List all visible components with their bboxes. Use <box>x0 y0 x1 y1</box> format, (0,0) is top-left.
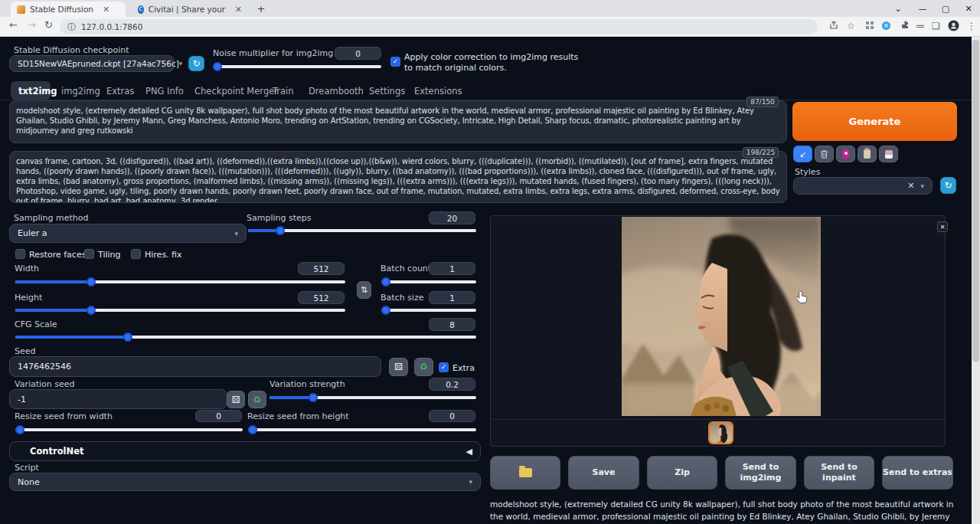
bookmark-star-icon[interactable]: ☆ <box>847 21 855 31</box>
window-chevron-icon[interactable]: ⌄ <box>887 0 910 17</box>
side-panel-icon[interactable]: ❏ <box>932 21 940 31</box>
send-to-img2img-button[interactable]: Send to img2img <box>725 456 796 490</box>
controlnet-accordion[interactable]: ControlNet ◀ <box>9 441 481 461</box>
width-slider[interactable] <box>15 280 345 283</box>
save-style-button[interactable] <box>879 146 898 162</box>
slider-handle[interactable] <box>15 425 24 434</box>
tab-png-info[interactable]: PNG Info <box>145 86 184 97</box>
tab-extensions[interactable]: Extensions <box>414 86 462 97</box>
window-minimize-icon[interactable]: — <box>911 0 934 17</box>
site-info-icon[interactable]: ⓘ <box>67 21 76 33</box>
window-close-icon[interactable]: ✕ <box>957 0 980 17</box>
browser-tab-civitai[interactable]: C Civitai | Share your models ✕ <box>132 2 248 17</box>
send-to-extras-button[interactable]: Send to extras <box>882 456 953 490</box>
height-value[interactable]: 512 <box>298 291 345 304</box>
url-bar[interactable]: ⓘ 127.0.0.1:7860 <box>60 19 818 34</box>
script-dropdown[interactable]: None ▾ <box>9 473 481 491</box>
sampling-steps-slider[interactable] <box>248 229 476 232</box>
reuse-seed-button[interactable]: ♻ <box>414 358 433 376</box>
forward-icon[interactable]: → <box>28 19 36 31</box>
extension-blue-icon[interactable] <box>882 21 890 30</box>
noise-multiplier-value[interactable]: 0 <box>335 47 381 60</box>
prompt-textarea[interactable]: modelshoot style, (extremely detailed CG… <box>9 100 787 143</box>
hires-fix-checkbox[interactable] <box>131 249 141 259</box>
close-tab-icon[interactable]: ✕ <box>235 5 242 15</box>
refresh-styles-button[interactable]: ↻ <box>940 177 956 194</box>
cfg-scale-value[interactable]: 8 <box>429 318 475 331</box>
tab-train[interactable]: Train <box>273 86 294 97</box>
batch-size-slider[interactable] <box>381 309 476 312</box>
open-folder-button[interactable] <box>490 456 560 490</box>
negative-prompt-textarea[interactable]: canvas frame, cartoon, 3d, ((disfigured)… <box>9 151 787 203</box>
sampling-steps-value[interactable]: 20 <box>429 211 475 224</box>
seed-input[interactable]: 1476462546 <box>9 356 381 377</box>
tab-dreambooth[interactable]: Dreambooth <box>309 86 364 97</box>
close-tab-icon[interactable]: ✕ <box>103 5 109 15</box>
zip-button[interactable]: Zip <box>647 456 717 490</box>
clear-styles-icon[interactable]: ✕ <box>907 181 914 191</box>
swap-width-height-button[interactable]: ⇅ <box>357 281 371 299</box>
generate-button[interactable]: Generate <box>792 102 957 141</box>
extensions-puzzle-icon[interactable] <box>900 21 910 32</box>
random-variation-seed-button[interactable]: ⚄ <box>227 391 245 408</box>
extra-networks-button[interactable] <box>836 146 855 162</box>
resize-seed-width-slider[interactable] <box>15 428 243 431</box>
height-slider[interactable] <box>15 309 345 312</box>
paste-generation-params-button[interactable]: ↙ <box>793 146 812 162</box>
share-icon[interactable] <box>829 21 838 32</box>
tab-settings[interactable]: Settings <box>369 86 405 97</box>
styles-dropdown[interactable]: ✕ ▾ <box>793 177 933 195</box>
refresh-checkpoints-button[interactable]: ↻ <box>188 56 204 71</box>
back-icon[interactable]: ← <box>9 19 18 31</box>
extra-seed-checkbox[interactable]: ✓ <box>439 362 449 372</box>
slider-handle[interactable] <box>309 393 318 402</box>
tab-txt2img[interactable]: txt2img <box>18 86 57 97</box>
slider-handle[interactable] <box>87 277 96 287</box>
slider-handle[interactable] <box>381 277 390 287</box>
variation-strength-value[interactable]: 0.2 <box>429 378 475 391</box>
new-tab-button[interactable]: + <box>254 2 268 15</box>
checkpoint-dropdown[interactable]: SD15NewVAEpruned.ckpt [27a4ac756c] ▾ <box>9 55 175 72</box>
resize-seed-height-value[interactable]: 0 <box>429 410 475 422</box>
reuse-variation-seed-button[interactable]: ♻ <box>248 391 266 408</box>
sampling-method-dropdown[interactable]: Euler a ▾ <box>9 224 247 243</box>
noise-multiplier-slider[interactable] <box>216 65 381 68</box>
tiling-checkbox[interactable] <box>84 249 94 259</box>
reload-icon[interactable]: ↻ <box>44 19 53 31</box>
browser-tab-stable-diffusion[interactable]: Stable Diffusion ✕ <box>11 2 126 17</box>
batch-count-value[interactable]: 1 <box>429 262 475 275</box>
width-value[interactable]: 512 <box>298 262 345 275</box>
tab-img2img[interactable]: img2img <box>61 86 100 97</box>
slider-handle[interactable] <box>381 306 390 315</box>
resize-seed-height-slider[interactable] <box>248 428 476 431</box>
color-correction-checkbox[interactable]: ✓ <box>390 57 400 67</box>
random-seed-button[interactable]: ⚄ <box>389 358 408 376</box>
slider-handle[interactable] <box>276 226 285 235</box>
clear-prompt-button[interactable] <box>815 146 834 162</box>
slider-handle[interactable] <box>123 332 132 342</box>
tab-extras[interactable]: Extras <box>106 86 134 97</box>
send-to-inpaint-button[interactable]: Send to inpaint <box>804 456 874 490</box>
browser-menu-icon[interactable]: ⋮ <box>967 21 976 31</box>
restore-faces-checkbox[interactable] <box>15 249 25 259</box>
apply-styles-button[interactable] <box>858 146 877 162</box>
cfg-scale-slider[interactable] <box>15 336 476 339</box>
reading-list-icon[interactable]: ≔ <box>916 21 925 31</box>
generated-image[interactable] <box>622 217 821 416</box>
close-gallery-button[interactable]: ✕ <box>937 221 948 232</box>
batch-size-value[interactable]: 1 <box>429 291 475 304</box>
slider-handle[interactable] <box>213 62 222 71</box>
window-maximize-icon[interactable]: ▢ <box>934 0 957 17</box>
slider-handle[interactable] <box>87 306 96 315</box>
resize-seed-width-value[interactable]: 0 <box>195 410 242 422</box>
gallery-thumbnail-selected[interactable] <box>708 421 733 444</box>
batch-count-slider[interactable] <box>381 280 476 283</box>
slider-handle[interactable] <box>248 425 257 434</box>
variation-seed-input[interactable]: -1 <box>9 389 227 409</box>
variation-strength-slider[interactable] <box>270 396 476 399</box>
profile-avatar[interactable] <box>948 20 959 34</box>
scrollbar-thumb[interactable] <box>972 40 979 362</box>
extension-grid-icon[interactable] <box>865 21 874 32</box>
tab-checkpoint-merger[interactable]: Checkpoint Merger <box>194 86 278 97</box>
save-button[interactable]: Save <box>568 456 639 490</box>
